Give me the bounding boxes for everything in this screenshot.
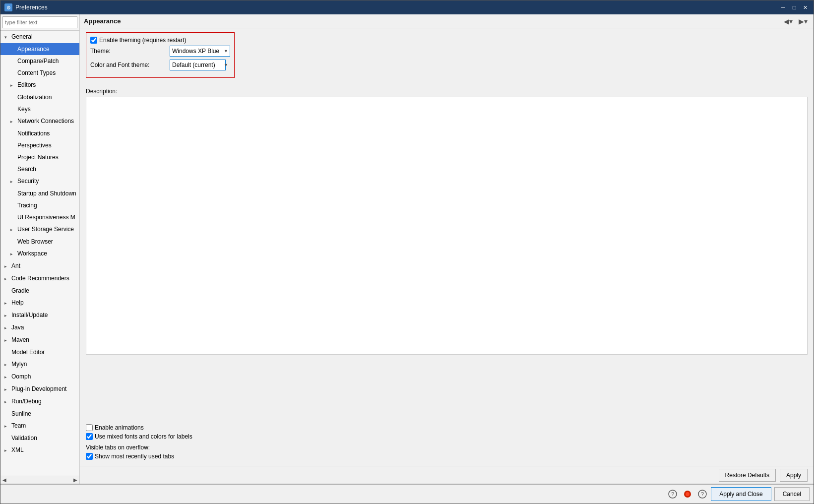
mixed-fonts-checkbox[interactable] bbox=[86, 433, 93, 440]
sidebar-item-team[interactable]: ▸Team bbox=[0, 420, 79, 432]
button-bar: Restore Defaults Apply bbox=[80, 466, 814, 484]
sidebar-item-editors[interactable]: ▸Editors bbox=[0, 79, 79, 91]
svg-text:?: ? bbox=[701, 491, 704, 497]
tree-expander-security: ▸ bbox=[10, 177, 16, 187]
sidebar-item-label-install-update: Install/Update bbox=[11, 312, 48, 318]
sidebar-item-run-debug[interactable]: ▸Run/Debug bbox=[0, 395, 79, 408]
sidebar-item-label-perspectives: Perspectives bbox=[17, 142, 52, 149]
theme-label: Theme: bbox=[90, 48, 170, 55]
tree-expander-editors: ▸ bbox=[10, 80, 16, 90]
panel-toolbar: Appearance ◀▾ ▶▾ bbox=[80, 14, 814, 28]
minimize-button[interactable]: ─ bbox=[779, 3, 788, 12]
sidebar-item-workspace[interactable]: ▸Workspace bbox=[0, 248, 79, 260]
tree-expander-code-recommenders: ▸ bbox=[4, 274, 10, 284]
help-icon[interactable]: ? bbox=[667, 489, 678, 500]
color-font-select-wrapper: Default (current) bbox=[170, 60, 230, 70]
scroll-right-icon[interactable]: ▶ bbox=[73, 477, 77, 483]
sidebar-item-maven[interactable]: ▸Maven bbox=[0, 334, 79, 346]
status-left: ? ? bbox=[667, 489, 708, 500]
sidebar-item-help[interactable]: ▸Help bbox=[0, 297, 79, 309]
sidebar-item-compare-patch[interactable]: Compare/Patch bbox=[0, 55, 79, 67]
tree-expander-plugin-development: ▸ bbox=[4, 384, 10, 394]
sidebar-item-label-gradle: Gradle bbox=[11, 287, 29, 294]
sidebar-item-ant[interactable]: ▸Ant bbox=[0, 260, 79, 272]
search-box bbox=[0, 14, 79, 31]
cancel-button[interactable]: Cancel bbox=[774, 487, 810, 501]
enable-animations-row: Enable animations bbox=[86, 424, 808, 431]
sidebar-item-label-sunline: Sunline bbox=[11, 410, 31, 417]
sidebar-item-label-keys: Keys bbox=[17, 106, 31, 113]
sidebar-item-mylyn[interactable]: ▸Mylyn bbox=[0, 358, 79, 371]
back-button[interactable]: ◀▾ bbox=[782, 16, 795, 26]
tree-expander-install-update: ▸ bbox=[4, 311, 10, 320]
sidebar-item-network-connections[interactable]: ▸Network Connections bbox=[0, 115, 79, 127]
record-icon[interactable] bbox=[682, 489, 693, 500]
sidebar-item-plugin-development[interactable]: ▸Plug-in Development bbox=[0, 383, 79, 395]
sidebar-item-security[interactable]: ▸Security bbox=[0, 175, 79, 188]
show-recent-tabs-label: Show most recently used tabs bbox=[95, 453, 174, 460]
info-icon[interactable]: ? bbox=[697, 489, 708, 500]
tree-expander-ant: ▸ bbox=[4, 261, 10, 271]
sidebar-item-java[interactable]: ▸Java bbox=[0, 321, 79, 334]
theme-select[interactable]: Windows XP Blue bbox=[170, 46, 230, 57]
sidebar-item-perspectives[interactable]: Perspectives bbox=[0, 139, 79, 151]
maximize-button[interactable]: □ bbox=[790, 3, 799, 12]
enable-theming-checkbox[interactable] bbox=[90, 37, 97, 44]
color-font-select[interactable]: Default (current) bbox=[170, 60, 226, 70]
sidebar-bottom: ◀ ▶ bbox=[0, 476, 79, 484]
sidebar-item-validation[interactable]: Validation bbox=[0, 432, 79, 444]
mixed-fonts-label: Use mixed fonts and colors for labels bbox=[95, 433, 192, 440]
titlebar-controls: ─ □ ✕ bbox=[779, 3, 810, 12]
scroll-left-icon[interactable]: ◀ bbox=[2, 477, 6, 483]
forward-button[interactable]: ▶▾ bbox=[797, 16, 810, 26]
sidebar-item-label-web-browser: Web Browser bbox=[17, 238, 53, 245]
enable-theming-row: Enable theming (requires restart) bbox=[90, 37, 230, 44]
panel-body: Enable theming (requires restart) Theme:… bbox=[80, 28, 814, 420]
sidebar-item-label-help: Help bbox=[11, 299, 24, 306]
sidebar-item-globalization[interactable]: Globalization bbox=[0, 91, 79, 103]
show-recent-tabs-checkbox[interactable] bbox=[86, 453, 93, 460]
tree-expander-user-storage: ▸ bbox=[10, 225, 16, 235]
sidebar-item-notifications[interactable]: Notifications bbox=[0, 127, 79, 139]
sidebar-item-label-editors: Editors bbox=[17, 81, 36, 88]
sidebar-item-appearance[interactable]: Appearance bbox=[0, 43, 79, 55]
sidebar-item-label-validation: Validation bbox=[11, 435, 37, 441]
description-textarea[interactable] bbox=[86, 97, 808, 355]
sidebar-item-label-content-types: Content Types bbox=[17, 69, 56, 76]
apply-and-close-button[interactable]: Apply and Close bbox=[711, 487, 771, 501]
sidebar-item-project-natures[interactable]: Project Natures bbox=[0, 151, 79, 163]
search-input[interactable] bbox=[2, 16, 77, 28]
sidebar-item-xml[interactable]: ▸XML bbox=[0, 444, 79, 456]
sidebar-item-oomph[interactable]: ▸Oomph bbox=[0, 371, 79, 383]
dialog-buttons: ? ? Apply and Close Cancel bbox=[0, 484, 814, 504]
sidebar-item-general[interactable]: ▾General bbox=[0, 31, 79, 43]
sidebar-item-web-browser[interactable]: Web Browser bbox=[0, 236, 79, 248]
sidebar-item-model-editor[interactable]: Model Editor bbox=[0, 346, 79, 358]
sidebar-item-label-security: Security bbox=[17, 178, 39, 185]
description-label: Description: bbox=[86, 88, 808, 95]
sidebar-item-keys[interactable]: Keys bbox=[0, 103, 79, 115]
titlebar: ⚙ Preferences ─ □ ✕ bbox=[0, 0, 814, 14]
sidebar-item-tracing[interactable]: Tracing bbox=[0, 199, 79, 211]
sidebar-item-label-ant: Ant bbox=[11, 262, 20, 269]
sidebar-item-search[interactable]: Search bbox=[0, 163, 79, 175]
sidebar-item-gradle[interactable]: Gradle bbox=[0, 285, 79, 297]
sidebar-item-label-tracing: Tracing bbox=[17, 202, 37, 209]
sidebar-item-sunline[interactable]: Sunline bbox=[0, 408, 79, 420]
sidebar-item-label-ui-responsiveness: UI Responsiveness M bbox=[17, 214, 75, 221]
sidebar-item-startup-shutdown[interactable]: Startup and Shutdown bbox=[0, 188, 79, 199]
sidebar-item-label-team: Team bbox=[11, 422, 26, 429]
sidebar-item-label-project-natures: Project Natures bbox=[17, 154, 59, 161]
sidebar-item-user-storage[interactable]: ▸User Storage Service bbox=[0, 223, 79, 236]
sidebar-item-code-recommenders[interactable]: ▸Code Recommenders bbox=[0, 272, 79, 285]
sidebar-item-label-java: Java bbox=[11, 324, 24, 331]
restore-defaults-button[interactable]: Restore Defaults bbox=[719, 469, 776, 482]
sidebar-item-content-types[interactable]: Content Types bbox=[0, 67, 79, 79]
apply-button[interactable]: Apply bbox=[780, 469, 808, 482]
sidebar-item-label-oomph: Oomph bbox=[11, 373, 31, 380]
sidebar-item-ui-responsiveness[interactable]: UI Responsiveness M bbox=[0, 211, 79, 223]
sidebar-item-install-update[interactable]: ▸Install/Update bbox=[0, 309, 79, 321]
close-button[interactable]: ✕ bbox=[801, 3, 810, 12]
sidebar-item-label-startup-shutdown: Startup and Shutdown bbox=[17, 190, 76, 197]
enable-animations-checkbox[interactable] bbox=[86, 424, 93, 431]
